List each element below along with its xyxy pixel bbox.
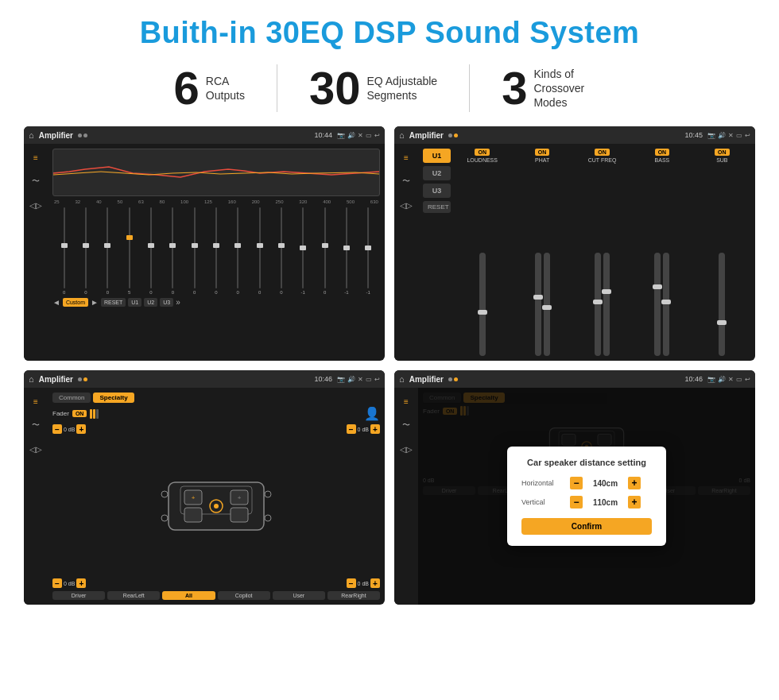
plus-tr[interactable]: + bbox=[370, 424, 380, 434]
page-wrapper: Buith-in 30EQ DSP Sound System 6 RCAOutp… bbox=[0, 0, 779, 700]
db-control-bl: − 0 dB + bbox=[52, 578, 86, 588]
user-icon[interactable]: 👤 bbox=[364, 406, 380, 421]
btn-rearright[interactable]: RearRight bbox=[327, 591, 380, 600]
plus-bl[interactable]: + bbox=[76, 578, 86, 588]
preset-u2[interactable]: U2 bbox=[423, 166, 451, 180]
eq-slider-6: 0 bbox=[184, 207, 204, 295]
minus-tr[interactable]: − bbox=[347, 424, 356, 434]
bottom-db-row: − 0 dB + − 0 dB + bbox=[52, 578, 380, 588]
custom-btn[interactable]: Custom bbox=[63, 298, 88, 307]
home-icon-4[interactable]: ⌂ bbox=[399, 374, 405, 384]
cutfreq-slider-f[interactable] bbox=[595, 253, 601, 356]
slider-track-12[interactable] bbox=[324, 207, 326, 288]
col-cutfreq: ON CUT FREQ bbox=[574, 149, 630, 356]
sidebar-eq-icon-3[interactable]: ≡ bbox=[29, 394, 43, 408]
bass-toggle[interactable]: ON bbox=[655, 149, 670, 156]
home-icon-3[interactable]: ⌂ bbox=[29, 374, 34, 384]
loudness-slider[interactable] bbox=[479, 253, 486, 356]
vertical-plus[interactable]: + bbox=[628, 496, 641, 509]
cutfreq-toggle[interactable]: ON bbox=[595, 149, 610, 156]
sidebar-speaker-icon-2[interactable]: ◁▷ bbox=[399, 198, 413, 212]
sidebar-speaker-icon-3[interactable]: ◁▷ bbox=[29, 442, 43, 456]
minus-br[interactable]: − bbox=[347, 578, 356, 588]
prev-arrow[interactable]: ◄ bbox=[52, 298, 60, 307]
slider-val-10: 0 bbox=[280, 290, 282, 295]
sidebar-speaker-icon[interactable]: ◁▷ bbox=[29, 198, 43, 212]
btn-driver[interactable]: Driver bbox=[52, 591, 105, 600]
u1-btn[interactable]: U1 bbox=[128, 298, 141, 307]
slider-track-14[interactable] bbox=[367, 207, 369, 288]
sidebar-wave-icon-3[interactable]: 〜 bbox=[29, 418, 43, 432]
bass-header: ON BASS bbox=[655, 149, 670, 163]
btn-all[interactable]: All bbox=[162, 591, 215, 600]
sidebar-speaker-icon-4[interactable]: ◁▷ bbox=[399, 442, 413, 456]
slider-track-6[interactable] bbox=[194, 207, 196, 288]
phat-header: ON PHAT bbox=[535, 149, 550, 163]
bass-slider-f[interactable] bbox=[654, 253, 661, 356]
dot6 bbox=[83, 377, 87, 381]
sidebar-eq-icon-4[interactable]: ≡ bbox=[399, 394, 413, 408]
reset-btn-2[interactable]: RESET bbox=[423, 201, 451, 213]
freq-25: 25 bbox=[54, 199, 60, 204]
slider-val-11: -1 bbox=[301, 290, 305, 295]
loudness-header: ON LOUDNESS bbox=[467, 149, 498, 163]
sub-toggle[interactable]: ON bbox=[715, 149, 730, 156]
phat-slider-g[interactable] bbox=[544, 253, 550, 356]
slider-track-5[interactable] bbox=[172, 207, 173, 288]
tab-specialty[interactable]: Specialty bbox=[93, 393, 134, 403]
home-icon[interactable]: ⌂ bbox=[29, 130, 34, 140]
btn-user[interactable]: User bbox=[273, 591, 325, 600]
fader-toggle[interactable]: ON bbox=[72, 410, 87, 417]
slider-track-13[interactable] bbox=[346, 207, 347, 288]
sidebar-eq-icon-2[interactable]: ≡ bbox=[399, 150, 413, 164]
bass-slider-g[interactable] bbox=[663, 253, 669, 356]
confirm-button[interactable]: Confirm bbox=[521, 518, 652, 535]
plus-br[interactable]: + bbox=[370, 578, 380, 588]
plus-tl[interactable]: + bbox=[76, 424, 86, 434]
home-icon-2[interactable]: ⌂ bbox=[399, 130, 405, 140]
topbar-icons-4: 📷 🔊 ✕ ▭ ↩ bbox=[707, 376, 750, 383]
slider-track-10[interactable] bbox=[281, 207, 282, 288]
db-control-br: − 0 dB + bbox=[347, 578, 380, 588]
cutfreq-slider-g[interactable] bbox=[603, 253, 610, 356]
loudness-toggle[interactable]: ON bbox=[475, 149, 490, 156]
cutfreq-sliders bbox=[595, 165, 610, 356]
phat-toggle[interactable]: ON bbox=[535, 149, 550, 156]
slider-track-8[interactable] bbox=[237, 207, 238, 288]
vertical-label: Vertical bbox=[521, 498, 565, 506]
sub-slider[interactable] bbox=[719, 253, 725, 356]
next-arrow[interactable]: ► bbox=[91, 298, 99, 307]
sidebar-wave-icon[interactable]: 〜 bbox=[29, 174, 43, 188]
sidebar-wave-icon-2[interactable]: 〜 bbox=[399, 174, 413, 188]
btn-rearleft[interactable]: RearLeft bbox=[107, 591, 160, 600]
slider-track-7[interactable] bbox=[215, 207, 217, 288]
sidebar-eq-icon[interactable]: ≡ bbox=[29, 150, 43, 164]
stat-label-rca: RCAOutputs bbox=[206, 74, 245, 102]
slider-track-11[interactable] bbox=[302, 207, 304, 288]
horizontal-label: Horizontal bbox=[521, 479, 565, 487]
u2-btn[interactable]: U2 bbox=[144, 298, 157, 307]
sidebar-wave-icon-4[interactable]: 〜 bbox=[399, 418, 413, 432]
phat-slider-f[interactable] bbox=[535, 253, 541, 356]
sidebar-2: ≡ 〜 ◁▷ bbox=[394, 144, 418, 361]
tab-common[interactable]: Common bbox=[52, 393, 91, 403]
horizontal-plus[interactable]: + bbox=[628, 477, 641, 489]
preset-u1[interactable]: U1 bbox=[423, 149, 451, 163]
horizontal-minus[interactable]: − bbox=[570, 477, 583, 489]
slider-track-1[interactable] bbox=[85, 207, 87, 288]
vertical-minus[interactable]: − bbox=[570, 496, 583, 509]
svg-point-13 bbox=[161, 515, 168, 521]
slider-track-2[interactable] bbox=[107, 207, 108, 288]
slider-track-0[interactable] bbox=[64, 207, 65, 288]
preset-u3[interactable]: U3 bbox=[423, 184, 451, 198]
minus-tl[interactable]: − bbox=[52, 424, 62, 434]
cutfreq-header: ON CUT FREQ bbox=[588, 149, 617, 163]
btn-copilot[interactable]: Copilot bbox=[218, 591, 270, 600]
slider-track-9[interactable] bbox=[259, 207, 261, 288]
u3-btn[interactable]: U3 bbox=[160, 298, 173, 307]
reset-btn[interactable]: RESET bbox=[101, 298, 126, 307]
slider-track-4[interactable] bbox=[150, 207, 152, 288]
sidebar-3: ≡ 〜 ◁▷ bbox=[24, 388, 48, 605]
minus-bl[interactable]: − bbox=[52, 578, 62, 588]
slider-track-3[interactable] bbox=[129, 207, 130, 288]
